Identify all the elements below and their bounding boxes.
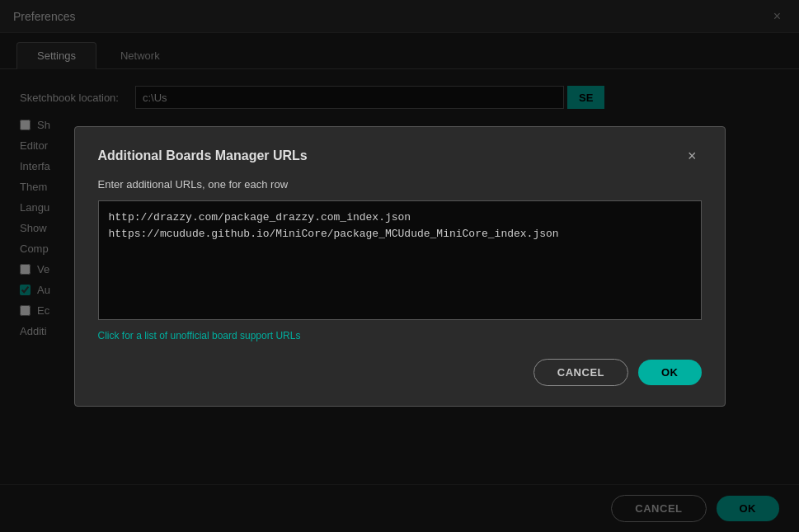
additional-boards-modal: Additional Boards Manager URLs × Enter a… [74, 126, 726, 407]
modal-buttons: CANCEL OK [98, 359, 702, 386]
modal-close-button[interactable]: × [683, 147, 702, 165]
modal-title-row: Additional Boards Manager URLs × [98, 147, 702, 165]
modal-cancel-button[interactable]: CANCEL [533, 359, 628, 386]
modal-subtitle: Enter additional URLs, one for each row [98, 178, 702, 191]
modal-title: Additional Boards Manager URLs [98, 148, 308, 163]
modal-ok-button[interactable]: OK [638, 360, 702, 385]
unofficial-urls-link[interactable]: Click for a list of unofficial board sup… [98, 330, 301, 341]
urls-textarea[interactable] [98, 200, 702, 320]
modal-overlay: Additional Boards Manager URLs × Enter a… [0, 0, 799, 532]
